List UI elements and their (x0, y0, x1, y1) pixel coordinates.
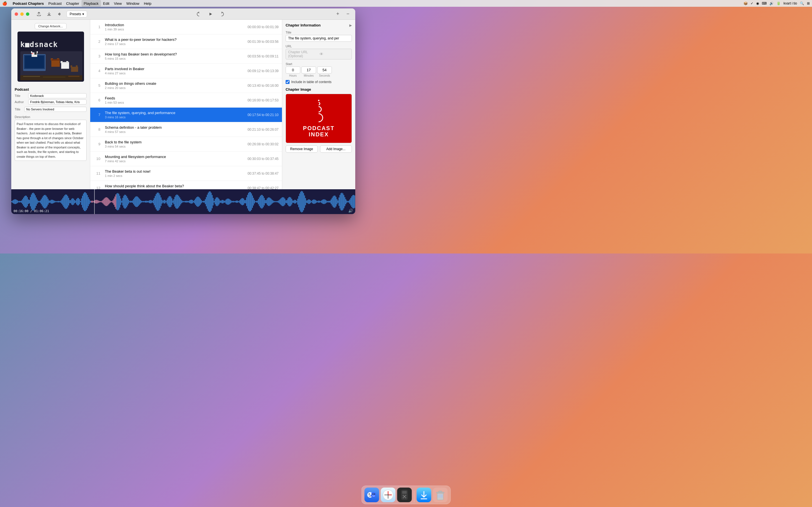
svg-rect-78 (60, 201, 61, 203)
svg-rect-218 (198, 196, 199, 207)
description-text[interactable]: Paul Frazee returns to discuss the evolu… (15, 120, 87, 161)
svg-rect-146 (127, 198, 128, 205)
play-button[interactable] (206, 10, 214, 18)
menu-bar: 🍎 Podcast Chapters Podcast Chapter Playb… (0, 0, 406, 7)
podcast-icon[interactable] (55, 10, 63, 18)
svg-rect-43 (26, 196, 27, 208)
svg-rect-244 (223, 201, 224, 203)
svg-rect-306 (285, 199, 285, 205)
svg-rect-338 (316, 201, 317, 203)
svg-rect-136 (117, 193, 118, 210)
menu-chapter[interactable]: Chapter (64, 0, 82, 7)
svg-rect-173 (154, 198, 154, 205)
podcast-title-field[interactable]: Kodsnack (28, 93, 87, 98)
podcast-info: Podcast Title Kodsnack Author Fredrik Bj… (11, 85, 90, 115)
table-row[interactable]: 1 Introduction 1 min 39 secs 00:00:00 to… (90, 20, 282, 34)
remove-image-button[interactable]: Remove Image (286, 145, 318, 153)
svg-rect-66 (49, 200, 49, 203)
rewind-button[interactable] (195, 10, 203, 18)
toc-checkbox-row: Include in table of contents (286, 80, 352, 84)
hours-input[interactable] (286, 66, 300, 73)
svg-rect-345 (323, 200, 324, 204)
menu-help[interactable]: Help (142, 0, 154, 7)
close-button[interactable] (15, 12, 18, 16)
chapter-url-group: URL Chapter URL (Optional) 👁 (286, 45, 352, 59)
menu-podcast-chapters[interactable]: Podcast Chapters (10, 0, 46, 7)
menu-playback[interactable]: Playback (82, 0, 101, 7)
svg-rect-223 (203, 201, 204, 203)
svg-rect-347 (325, 200, 326, 204)
table-row[interactable]: 2 What is a peer-to-peer browser for hac… (90, 34, 282, 49)
episode-title-input[interactable]: No Servers Involved (24, 107, 87, 112)
chapter-title-input[interactable] (286, 35, 352, 42)
svg-rect-315 (293, 200, 294, 203)
add-image-button[interactable]: Add Image... (320, 145, 352, 153)
table-row[interactable]: 8 Schema definition - a later problem 4 … (90, 122, 282, 137)
apple-menu[interactable]: 🍎 (2, 1, 7, 6)
svg-rect-364 (342, 193, 342, 211)
table-row[interactable]: 9 Back to the file system 3 mins 54 secs… (90, 137, 282, 152)
menu-podcast[interactable]: Podcast (46, 0, 64, 7)
presets-button[interactable]: Presets ▾ (66, 11, 87, 17)
svg-rect-9 (37, 51, 38, 53)
playhead[interactable] (94, 189, 95, 214)
svg-rect-263 (242, 198, 243, 205)
svg-rect-107 (89, 199, 90, 204)
menu-window[interactable]: Window (124, 0, 142, 7)
svg-rect-324 (302, 191, 303, 212)
svg-rect-152 (133, 199, 134, 205)
remove-chapter-button[interactable]: − (344, 10, 352, 18)
chapter-time: 00:38:47 to 00:42:27 (248, 186, 278, 189)
svg-rect-198 (179, 196, 179, 208)
add-chapter-button[interactable]: + (334, 10, 342, 18)
svg-rect-279 (258, 199, 259, 204)
svg-rect-191 (171, 198, 172, 205)
maximize-button[interactable] (26, 12, 29, 16)
table-row[interactable]: 7 The file system, querying, and perform… (90, 108, 282, 122)
export-icon[interactable] (45, 10, 53, 18)
table-row[interactable]: 10 Mounting and filesystem performance 7… (90, 152, 282, 166)
chapter-url-input[interactable]: Chapter URL (Optional) 👁 (286, 49, 352, 59)
menu-view[interactable]: View (112, 0, 124, 7)
svg-rect-86 (68, 198, 69, 205)
table-row[interactable]: 5 Building on things others create 2 min… (90, 78, 282, 93)
table-row[interactable]: 6 Feeds 1 min 53 secs 00:16:00 to 00:17:… (90, 93, 282, 108)
svg-rect-26 (76, 65, 78, 68)
app-window: Presets ▾ (11, 8, 355, 214)
svg-rect-217 (197, 196, 198, 207)
chapter-duration: 4 mins 27 secs (105, 71, 244, 75)
svg-rect-295 (274, 201, 274, 202)
forward-button[interactable] (218, 10, 225, 18)
svg-rect-37 (20, 201, 21, 203)
table-row[interactable]: 11 The Beaker beta is out now! 1 min 2 s… (90, 166, 282, 181)
svg-rect-288 (267, 198, 267, 205)
toc-checkbox[interactable] (286, 80, 290, 84)
title-row: Title Kodsnack (15, 93, 87, 98)
svg-rect-44 (27, 197, 28, 207)
table-row[interactable]: 12 How should people think about the Bea… (90, 181, 282, 189)
url-eye-icon[interactable]: 👁 (319, 52, 350, 56)
podcast-author-field[interactable]: Fredrik Björeman, Tobias Hieta, Kris (28, 100, 87, 105)
panel-expand-icon[interactable]: ▶ (349, 23, 352, 27)
chapter-details: Feeds 1 min 53 secs (105, 96, 244, 104)
table-row[interactable]: 3 How long has Beaker been in developmen… (90, 49, 282, 64)
svg-rect-69 (52, 200, 52, 204)
minimize-button[interactable] (20, 12, 24, 16)
minutes-input[interactable] (301, 66, 316, 73)
menu-edit[interactable]: Edit (101, 0, 112, 7)
share-icon[interactable] (35, 10, 43, 18)
waveform-area[interactable]: 00:16:00 / 01:06:21 🔊 (11, 189, 355, 214)
svg-rect-180 (161, 198, 161, 206)
seconds-input[interactable] (317, 66, 332, 73)
svg-rect-276 (255, 201, 256, 202)
chapter-number: 1 (94, 25, 100, 29)
table-row[interactable]: 4 Parts involved in Beaker 4 mins 27 sec… (90, 64, 282, 78)
svg-rect-311 (289, 197, 290, 207)
change-artwork-button[interactable]: Change Artwork... (35, 23, 66, 29)
svg-rect-273 (252, 195, 253, 208)
svg-rect-103 (85, 192, 86, 211)
svg-rect-42 (25, 195, 26, 208)
svg-rect-157 (138, 198, 139, 206)
svg-rect-143 (124, 194, 125, 209)
svg-rect-40 (23, 198, 24, 206)
